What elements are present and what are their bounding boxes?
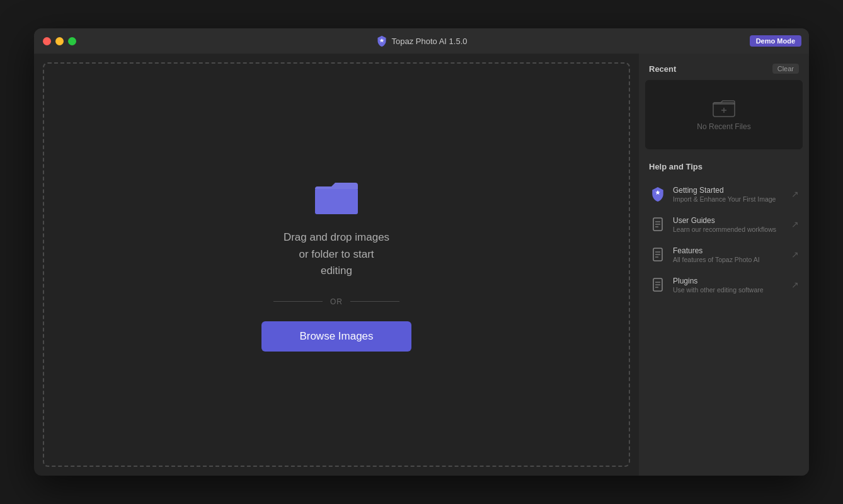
plugins-subtitle: Use with other editing software bbox=[673, 286, 785, 294]
user-guides-title: User Guides bbox=[673, 216, 785, 225]
recent-section-title: Recent bbox=[649, 64, 676, 74]
app-window: Topaz Photo AI 1.5.0 Demo Mode Drag and … bbox=[34, 28, 809, 476]
user-guides-text: User Guides Learn our recommended workfl… bbox=[673, 216, 785, 233]
recent-files-panel: No Recent Files bbox=[645, 80, 803, 149]
help-section-header: Help and Tips bbox=[639, 161, 809, 180]
features-title: Features bbox=[673, 246, 785, 255]
getting-started-title: Getting Started bbox=[673, 186, 785, 195]
plugins-icon bbox=[649, 276, 667, 294]
divider-line-left bbox=[273, 301, 323, 302]
close-button[interactable] bbox=[43, 37, 51, 45]
external-link-icon: ↗ bbox=[791, 219, 799, 229]
dropzone[interactable]: Drag and drop imagesor folder to started… bbox=[43, 62, 630, 467]
getting-started-subtitle: Import & Enhance Your First Image bbox=[673, 195, 785, 203]
help-item-user-guides[interactable]: User Guides Learn our recommended workfl… bbox=[643, 210, 805, 239]
help-items-list: Getting Started Import & Enhance Your Fi… bbox=[639, 180, 809, 299]
main-content: Drag and drop imagesor folder to started… bbox=[34, 54, 809, 476]
help-item-plugins[interactable]: Plugins Use with other editing software … bbox=[643, 270, 805, 299]
plugins-text: Plugins Use with other editing software bbox=[673, 277, 785, 294]
drag-drop-text: Drag and drop imagesor folder to started… bbox=[284, 229, 389, 279]
getting-started-text: Getting Started Import & Enhance Your Fi… bbox=[673, 186, 785, 203]
help-item-getting-started[interactable]: Getting Started Import & Enhance Your Fi… bbox=[643, 180, 805, 209]
browse-images-button[interactable]: Browse Images bbox=[261, 321, 411, 352]
user-guides-subtitle: Learn our recommended workflows bbox=[673, 226, 785, 233]
minimize-button[interactable] bbox=[55, 37, 64, 45]
demo-mode-badge: Demo Mode bbox=[750, 35, 801, 47]
recent-section-header: Recent Clear bbox=[639, 64, 809, 80]
window-title-text: Topaz Photo AI 1.5.0 bbox=[392, 37, 467, 46]
or-divider: OR bbox=[273, 297, 399, 306]
topaz-logo-icon bbox=[376, 35, 387, 47]
no-recent-files-text: No Recent Files bbox=[697, 122, 750, 131]
features-subtitle: All features of Topaz Photo AI bbox=[673, 256, 785, 263]
maximize-button[interactable] bbox=[68, 37, 76, 45]
plugins-title: Plugins bbox=[673, 277, 785, 285]
window-title-group: Topaz Photo AI 1.5.0 bbox=[376, 35, 467, 47]
help-item-features[interactable]: Features All features of Topaz Photo AI … bbox=[643, 240, 805, 269]
empty-folder-icon bbox=[713, 98, 735, 117]
clear-recent-button[interactable]: Clear bbox=[772, 64, 799, 74]
divider-line-right bbox=[350, 301, 399, 302]
traffic-lights bbox=[43, 37, 76, 45]
external-link-icon: ↗ bbox=[791, 280, 799, 290]
help-section-title: Help and Tips bbox=[649, 162, 702, 171]
features-text: Features All features of Topaz Photo AI bbox=[673, 246, 785, 263]
svg-rect-1 bbox=[315, 189, 358, 214]
titlebar: Topaz Photo AI 1.5.0 Demo Mode bbox=[34, 28, 809, 54]
or-label: OR bbox=[330, 297, 343, 306]
external-link-icon: ↗ bbox=[791, 249, 799, 260]
sidebar: Recent Clear No Recent Files Help and Ti… bbox=[639, 54, 809, 476]
getting-started-icon bbox=[649, 185, 667, 203]
folder-icon bbox=[314, 178, 359, 215]
external-link-icon: ↗ bbox=[791, 189, 799, 199]
user-guides-icon bbox=[649, 215, 667, 233]
features-icon bbox=[649, 246, 667, 263]
